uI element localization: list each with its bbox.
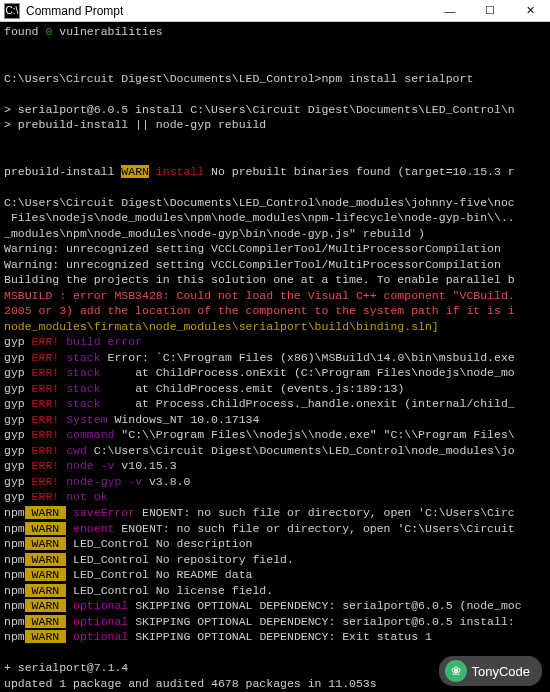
terminal-segment: ENOENT: no such file or directory, open … (135, 506, 515, 519)
terminal-line: node_modules\firmata\node_modules\serial… (4, 319, 546, 335)
terminal-segment: gyp (4, 397, 25, 410)
terminal-segment: C:\Users\Circuit Digest\Documents\LED_Co… (4, 72, 473, 85)
terminal-segment: node_modules\firmata\node_modules\serial… (4, 320, 439, 333)
terminal-segment: WARN (25, 568, 66, 581)
terminal-segment: _modules\npm\node_modules\node-gyp\bin\n… (4, 227, 425, 240)
terminal-segment: npm (4, 584, 25, 597)
terminal-line: npm WARN enoent ENOENT: no such file or … (4, 521, 546, 537)
terminal-line (4, 86, 546, 102)
terminal-segment: ERR! (25, 397, 66, 410)
terminal-line: gyp ERR! stack at ChildProcess.onExit (C… (4, 365, 546, 381)
terminal-line (4, 179, 546, 195)
terminal-line (4, 40, 546, 56)
terminal-segment: gyp (4, 366, 25, 379)
terminal-segment: WARN (25, 615, 66, 628)
terminal-segment: npm (4, 537, 25, 550)
terminal-line: Warning: unrecognized setting VCCLCompil… (4, 241, 546, 257)
terminal-segment: build error (66, 335, 142, 348)
terminal-line: MSBUILD : error MSB3428: Could not load … (4, 288, 546, 304)
terminal-segment: ERR! (25, 428, 66, 441)
terminal-segment: at ChildProcess.emit (events.js:189:13) (101, 382, 405, 395)
terminal-segment: ERR! (25, 382, 66, 395)
watermark-label: TonyCode (471, 664, 530, 679)
terminal-line: gyp ERR! node-gyp -v v3.8.0 (4, 474, 546, 490)
terminal-segment: SKIPPING OPTIONAL DEPENDENCY: serialport… (128, 599, 521, 612)
terminal-segment: Error: `C:\Program Files (x86)\MSBuild\1… (101, 351, 515, 364)
terminal-segment: WARN (25, 506, 66, 519)
terminal-segment: npm (4, 599, 25, 612)
terminal-segment: gyp (4, 459, 25, 472)
terminal-line: C:\Users\Circuit Digest\Documents\LED_Co… (4, 195, 546, 211)
terminal-segment: MSBUILD : error MSB3428: Could not load … (4, 289, 515, 302)
watermark-badge: ❀ TonyCode (439, 656, 542, 686)
terminal-line: 2005 or 3) add the location of the compo… (4, 303, 546, 319)
terminal-segment (4, 646, 11, 659)
terminal-segment: LED_Control No repository field. (66, 553, 294, 566)
terminal-segment: WARN (25, 599, 66, 612)
minimize-button[interactable]: — (430, 0, 470, 21)
terminal-line: gyp ERR! cwd C:\Users\Circuit Digest\Doc… (4, 443, 546, 459)
terminal-segment: gyp (4, 382, 25, 395)
terminal-segment: ERR! (25, 459, 66, 472)
terminal-line: prebuild-install WARN install No prebuil… (4, 164, 546, 180)
terminal-segment: ERR! (25, 490, 66, 503)
terminal-segment: gyp (4, 351, 25, 364)
terminal-segment: install (156, 165, 204, 178)
terminal-segment: ERR! (25, 475, 66, 488)
terminal-segment: LED_Control No description (66, 537, 252, 550)
terminal-segment: C:\Users\Circuit Digest\Documents\LED_Co… (87, 444, 515, 457)
terminal-segment: ERR! (25, 366, 66, 379)
terminal-line: > prebuild-install || node-gyp rebuild (4, 117, 546, 133)
terminal-segment: SKIPPING OPTIONAL DEPENDENCY: serialport… (128, 615, 514, 628)
terminal-segment: npm (4, 615, 25, 628)
terminal-line: npm WARN optional SKIPPING OPTIONAL DEPE… (4, 629, 546, 645)
terminal-segment: System (66, 413, 107, 426)
terminal-line: npm WARN LED_Control No README data (4, 567, 546, 583)
terminal-output[interactable]: found 0 vulnerabilities C:\Users\Circuit… (0, 22, 550, 692)
terminal-segment (149, 165, 156, 178)
terminal-segment: SKIPPING OPTIONAL DEPENDENCY: Exit statu… (128, 630, 432, 643)
terminal-segment: WARN (121, 165, 149, 178)
terminal-segment: > serialport@6.0.5 install C:\Users\Circ… (4, 103, 515, 116)
terminal-segment: node -v (66, 459, 114, 472)
terminal-segment: "C:\\Program Files\\nodejs\\node.exe" "C… (114, 428, 514, 441)
terminal-segment: gyp (4, 475, 25, 488)
terminal-line: gyp ERR! stack at ChildProcess.emit (eve… (4, 381, 546, 397)
terminal-segment: WARN (25, 630, 66, 643)
terminal-line: gyp ERR! build error (4, 334, 546, 350)
terminal-segment: WARN (25, 584, 66, 597)
terminal-segment: Windows_NT 10.0.17134 (108, 413, 260, 426)
terminal-segment: WARN (25, 553, 66, 566)
terminal-segment: C:\Users\Circuit Digest\Documents\LED_Co… (4, 196, 515, 209)
terminal-segment: node-gyp -v (66, 475, 142, 488)
terminal-segment: No prebuilt binaries found (target=10.15… (204, 165, 515, 178)
terminal-line: Files\nodejs\node_modules\npm\node_modul… (4, 210, 546, 226)
terminal-segment: saveError (66, 506, 135, 519)
terminal-line: gyp ERR! node -v v10.15.3 (4, 458, 546, 474)
terminal-segment: 2005 or 3) add the location of the compo… (4, 304, 515, 317)
terminal-line: npm WARN saveError ENOENT: no such file … (4, 505, 546, 521)
terminal-segment: ERR! (25, 413, 66, 426)
terminal-line: gyp ERR! not ok (4, 489, 546, 505)
terminal-line: Warning: unrecognized setting VCCLCompil… (4, 257, 546, 273)
maximize-button[interactable]: ☐ (470, 0, 510, 21)
terminal-segment: LED_Control No README data (66, 568, 252, 581)
terminal-line: npm WARN LED_Control No repository field… (4, 552, 546, 568)
close-button[interactable]: ✕ (510, 0, 550, 21)
terminal-segment: vulnerabilities (52, 25, 162, 38)
terminal-line (4, 133, 546, 149)
terminal-segment: WARN (25, 537, 66, 550)
terminal-segment (4, 87, 11, 100)
terminal-segment: + serialport@7.1.4 (4, 661, 128, 674)
terminal-segment: stack (66, 366, 101, 379)
terminal-segment (4, 41, 11, 54)
terminal-line: npm WARN LED_Control No license field. (4, 583, 546, 599)
terminal-segment: enoent (66, 522, 114, 535)
terminal-segment: optional (66, 599, 128, 612)
terminal-segment: gyp (4, 490, 25, 503)
terminal-line: npm WARN LED_Control No description (4, 536, 546, 552)
terminal-segment: at Process.ChildProcess._handle.onexit (… (101, 397, 515, 410)
terminal-segment: prebuild-install (4, 165, 121, 178)
terminal-segment: npm (4, 506, 25, 519)
terminal-segment: found (4, 25, 45, 38)
